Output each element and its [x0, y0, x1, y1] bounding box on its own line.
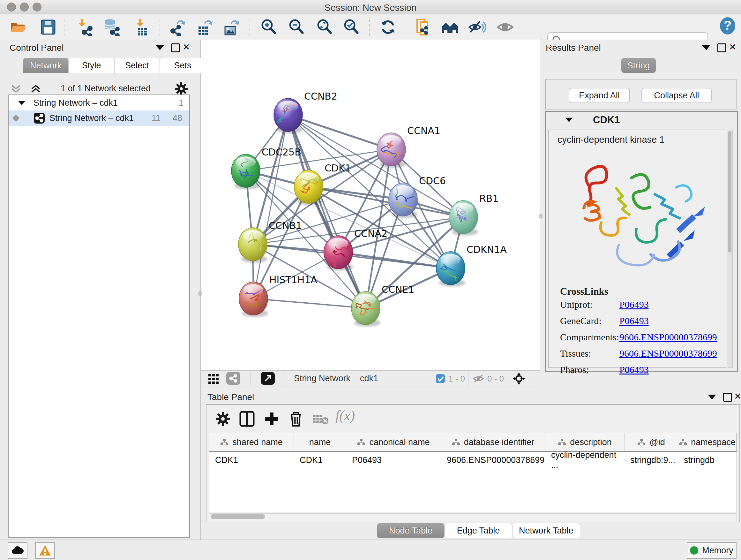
panel-menu-icon[interactable] [702, 45, 711, 50]
panel-float-icon[interactable] [723, 393, 732, 401]
zoom-out-icon[interactable] [288, 18, 306, 36]
network-node-CCNE1[interactable] [351, 292, 381, 327]
column-header-namespace[interactable]: namespace [678, 433, 737, 451]
panel-menu-icon[interactable] [708, 395, 716, 399]
gene-collapse-icon[interactable] [565, 118, 572, 122]
network-node-CCNA2[interactable] [324, 236, 354, 271]
warning-status-button[interactable] [35, 542, 55, 559]
open-session-icon[interactable] [9, 18, 27, 36]
network-node-CCNB2[interactable] [274, 98, 303, 133]
network-node-RB1[interactable] [449, 200, 478, 236]
delete-column-icon[interactable] [287, 411, 304, 427]
panel-float-icon[interactable] [718, 44, 726, 52]
panel-close-icon[interactable]: ✕ [734, 392, 741, 401]
birdseye-grid-icon[interactable] [208, 373, 220, 385]
add-column-icon[interactable] [263, 411, 280, 427]
cell-description[interactable]: cyclin-dependent ... [545, 452, 624, 469]
clone-network-icon[interactable] [414, 18, 432, 36]
export-table-icon[interactable] [196, 18, 214, 36]
network-node-CDC6[interactable] [389, 183, 418, 218]
cell-namespace[interactable]: stringdb [678, 452, 737, 469]
crosslink-link[interactable]: P06493 [619, 315, 649, 326]
cell-database-identifier[interactable]: 9606.ENSP00000378699 [441, 452, 545, 469]
table-settings-gear-icon[interactable] [215, 411, 232, 427]
network-edge-CCNB2-HIST1H1A[interactable] [253, 115, 288, 299]
help-button[interactable]: ? [719, 17, 737, 35]
tab-edge-table[interactable]: Edge Table [445, 523, 512, 538]
network-node-CCNB1[interactable] [239, 228, 267, 263]
panel-menu-icon[interactable] [156, 45, 164, 50]
network-node-CDC25B[interactable] [231, 154, 260, 189]
hide-details-icon[interactable] [468, 18, 486, 36]
zoom-fit-icon[interactable] [316, 18, 334, 36]
network-node-CCNA1[interactable] [377, 133, 406, 168]
network-share-badge-icon[interactable] [226, 372, 240, 385]
tab-network[interactable]: Network [23, 58, 69, 73]
selected-checkbox-icon[interactable] [435, 374, 445, 383]
results-scrollbar-thumb[interactable] [728, 131, 731, 253]
table-row[interactable]: CDK1CDK1P064939606.ENSP00000378699cyclin… [209, 452, 737, 469]
network-edge-HIST1H1A-CCNE1[interactable] [253, 299, 366, 308]
import-network-file-icon[interactable] [76, 18, 94, 36]
column-header-canonical-name[interactable]: canonical name [346, 433, 441, 451]
panel-close-icon[interactable]: ✕ [183, 43, 190, 52]
expand-all-chevron-icon[interactable] [30, 84, 50, 94]
export-image-icon[interactable] [222, 18, 240, 36]
column-header-name[interactable]: name [294, 433, 346, 451]
collapse-all-chevron-icon[interactable] [11, 84, 30, 94]
network-edge-CCNB2-CCNA1[interactable] [288, 115, 391, 149]
column-header-shared-name[interactable]: shared name [209, 433, 294, 451]
column-header--id[interactable]: @id [624, 433, 678, 451]
cell-shared-name[interactable]: CDK1 [209, 452, 294, 469]
column-header-description[interactable]: description [545, 433, 624, 451]
network-options-gear-icon[interactable] [174, 82, 188, 96]
table-scrollbar-thumb[interactable] [211, 514, 265, 519]
network-collection-row[interactable]: String Network – cdk1 1 [9, 95, 189, 111]
memory-button[interactable]: Memory [687, 542, 737, 559]
zoom-selected-icon[interactable] [343, 18, 360, 36]
first-neighbors-icon[interactable] [441, 18, 459, 36]
splitter-handle[interactable] [198, 291, 202, 296]
import-network-database-icon[interactable] [103, 18, 121, 36]
import-table-file-icon[interactable] [133, 18, 151, 36]
hidden-eye-icon[interactable] [473, 374, 485, 383]
memory-status-dot-icon [690, 546, 698, 555]
tab-network-table[interactable]: Network Table [512, 523, 580, 538]
network-canvas[interactable]: CCNB2CCNA1CDC25BCDK1CDC6RB1CCNB1CCNA2CDK… [201, 40, 540, 370]
tab-string[interactable]: String [621, 58, 656, 73]
table-horizontal-scrollbar[interactable] [209, 513, 737, 521]
function-builder-button[interactable]: f(x) [335, 408, 355, 424]
save-session-icon[interactable] [39, 18, 57, 36]
node-table[interactable]: shared namenamecanonical namedatabase id… [209, 433, 737, 512]
network-node-CDK1[interactable] [294, 170, 323, 205]
tab-select[interactable]: Select [114, 58, 160, 73]
cell-name[interactable]: CDK1 [294, 452, 346, 469]
fit-crosshair-icon[interactable] [512, 372, 526, 385]
crosslink-link[interactable]: P06493 [619, 299, 649, 310]
cell-canonical-name[interactable]: P06493 [346, 452, 441, 469]
tab-node-table[interactable]: Node Table [377, 523, 445, 538]
export-network-icon[interactable] [169, 18, 186, 36]
crosslink-link[interactable]: 9606.ENSP00000378699 [619, 348, 717, 359]
crosslink-link[interactable]: P06493 [619, 364, 649, 375]
crosslink-link[interactable]: 9606.ENSP00000378699 [619, 332, 717, 343]
collapse-all-button[interactable]: Collapse All [642, 88, 712, 103]
panel-float-icon[interactable] [171, 44, 180, 52]
cell--id[interactable]: stringdb:9... [624, 452, 678, 469]
refresh-icon[interactable] [379, 18, 397, 36]
panel-close-icon[interactable]: ✕ [729, 43, 736, 52]
results-scrollbar[interactable] [728, 130, 733, 368]
network-row[interactable]: String Network – cdk1 11 48 [9, 111, 189, 126]
column-header-database-identifier[interactable]: database identifier [441, 433, 545, 451]
tab-style[interactable]: Style [69, 58, 114, 73]
show-columns-icon[interactable] [239, 411, 256, 427]
zoom-in-icon[interactable] [260, 18, 278, 36]
crosslink-label: Pharos: [560, 364, 589, 375]
open-in-window-icon[interactable] [261, 372, 275, 385]
network-node-HIST1H1A[interactable] [239, 282, 268, 317]
cloud-status-button[interactable] [8, 542, 27, 559]
tab-sets[interactable]: Sets [160, 58, 205, 73]
network-node-CDKN1A[interactable] [436, 252, 465, 287]
expand-all-button[interactable]: Expand All [569, 88, 630, 103]
collection-expand-icon[interactable] [18, 101, 25, 105]
